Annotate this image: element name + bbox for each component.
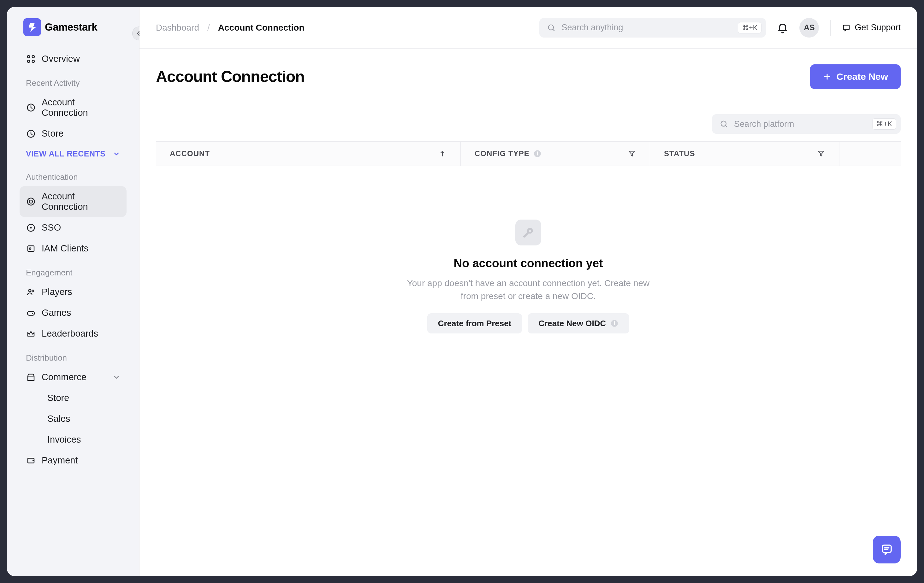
svg-point-6: [28, 198, 35, 205]
notifications-button[interactable]: [777, 22, 789, 34]
sidebar-item-iam-clients[interactable]: IAM Clients: [20, 238, 127, 259]
sidebar-item-games[interactable]: Games: [20, 303, 127, 323]
sidebar-item-label: Games: [42, 308, 71, 318]
sidebar-item-label: Players: [42, 287, 72, 297]
platform-search[interactable]: ⌘+K: [712, 114, 901, 134]
platform-search-input[interactable]: [734, 119, 866, 129]
create-new-label: Create New: [837, 71, 888, 82]
view-all-recents[interactable]: VIEW ALL RECENTS: [12, 144, 134, 163]
sidebar-item-players[interactable]: Players: [20, 282, 127, 302]
crown-icon: [26, 329, 36, 339]
sidebar-item-commerce[interactable]: Commerce: [20, 367, 127, 387]
key-icon: [26, 223, 36, 233]
filter-icon: [628, 150, 636, 158]
sidebar-item-payment[interactable]: Payment: [20, 450, 127, 471]
sidebar-sub-sales[interactable]: Sales: [20, 408, 127, 429]
sidebar-item-label: Payment: [42, 455, 78, 466]
wallet-icon: [26, 456, 36, 466]
svg-point-1: [32, 55, 35, 58]
grid-icon: [26, 54, 36, 64]
svg-point-13: [32, 290, 34, 292]
svg-point-2: [28, 60, 30, 63]
chat-fab[interactable]: [873, 536, 901, 563]
breadcrumb-dashboard[interactable]: Dashboard: [156, 23, 199, 33]
table-header: ACCOUNT CONFIG TYPE STATUS: [156, 141, 901, 166]
brand-name: Gamestark: [45, 21, 97, 33]
page-title: Account Connection: [156, 68, 305, 86]
sidebar-sub-store[interactable]: Store: [20, 388, 127, 408]
filter-icon: [817, 150, 825, 158]
breadcrumb: Dashboard / Account Connection: [156, 23, 305, 33]
breadcrumb-current: Account Connection: [218, 23, 305, 33]
chat-icon: [842, 23, 851, 32]
link-icon: [26, 196, 36, 207]
sidebar-item-label: Account Connection: [42, 191, 120, 212]
filter-row: ⌘+K: [140, 103, 917, 141]
column-account[interactable]: ACCOUNT: [156, 142, 461, 166]
global-search-input[interactable]: [561, 23, 732, 33]
empty-state-icon: [515, 219, 541, 245]
column-actions: [840, 142, 901, 166]
button-label: Create from Preset: [438, 319, 512, 328]
link-broken-icon: [521, 226, 535, 239]
history-icon: [26, 129, 36, 139]
avatar[interactable]: AS: [799, 18, 819, 38]
svg-rect-24: [882, 545, 891, 552]
app-frame: Gamestark Overview Recent Activity Accou…: [7, 7, 917, 576]
svg-point-0: [28, 55, 30, 58]
create-new-oidc-button[interactable]: Create New OIDC: [528, 313, 629, 333]
sidebar-item-label: Overview: [42, 54, 80, 64]
sidebar-item-account-connection[interactable]: Account Connection: [20, 186, 127, 217]
section-auth-header: Authentication: [12, 163, 134, 186]
divider: [830, 20, 831, 36]
section-dist-header: Distribution: [12, 344, 134, 367]
create-from-preset-button[interactable]: Create from Preset: [427, 313, 522, 333]
sidebar-item-leaderboards[interactable]: Leaderboards: [20, 323, 127, 344]
empty-state: No account connection yet Your app doesn…: [140, 166, 917, 333]
column-status[interactable]: STATUS: [650, 142, 840, 166]
history-icon: [26, 102, 36, 113]
section-recent-header: Recent Activity: [12, 69, 134, 92]
support-label: Get Support: [855, 23, 901, 33]
sidebar-item-label: SSO: [42, 222, 61, 233]
sidebar: Gamestark Overview Recent Activity Accou…: [7, 7, 140, 576]
svg-point-9: [30, 227, 32, 228]
column-label: ACCOUNT: [170, 149, 210, 158]
users-icon: [26, 287, 36, 297]
chevron-down-icon: [113, 374, 120, 381]
svg-rect-14: [28, 311, 35, 316]
plus-icon: [823, 72, 832, 81]
chat-icon: [880, 543, 893, 556]
svg-point-3: [32, 60, 35, 63]
create-new-button[interactable]: Create New: [810, 64, 901, 89]
sidebar-item-sso[interactable]: SSO: [20, 217, 127, 238]
empty-title: No account connection yet: [454, 257, 603, 270]
empty-actions: Create from Preset Create New OIDC: [427, 313, 630, 333]
sidebar-item-overview[interactable]: Overview: [20, 49, 127, 69]
sidebar-recent-store[interactable]: Store: [20, 124, 127, 144]
column-label: CONFIG TYPE: [475, 149, 530, 158]
sidebar-item-label: Account Connection: [42, 97, 120, 118]
section-engage-header: Engagement: [12, 259, 134, 282]
svg-rect-18: [843, 25, 850, 29]
svg-point-11: [29, 248, 31, 249]
sidebar-item-label: Store: [42, 128, 63, 139]
gamepad-icon: [26, 308, 36, 318]
button-label: Create New OIDC: [538, 319, 606, 328]
svg-point-22: [529, 230, 531, 232]
sidebar-recent-account-connection[interactable]: Account Connection: [20, 92, 127, 123]
column-config-type[interactable]: CONFIG TYPE: [461, 142, 650, 166]
brand[interactable]: Gamestark: [12, 18, 134, 36]
main-content: Dashboard / Account Connection ⌘+K AS: [140, 7, 917, 576]
breadcrumb-separator: /: [207, 23, 210, 33]
info-icon: [533, 150, 541, 158]
global-search[interactable]: ⌘+K: [539, 18, 766, 38]
sidebar-sub-invoices[interactable]: Invoices: [20, 429, 127, 450]
sidebar-item-label: IAM Clients: [42, 243, 88, 254]
kbd-shortcut: ⌘+K: [872, 118, 896, 130]
topbar: Dashboard / Account Connection ⌘+K AS: [140, 7, 917, 49]
search-icon: [547, 23, 556, 32]
get-support-link[interactable]: Get Support: [842, 23, 901, 33]
svg-point-7: [29, 200, 33, 203]
chevron-down-icon: [113, 150, 120, 158]
